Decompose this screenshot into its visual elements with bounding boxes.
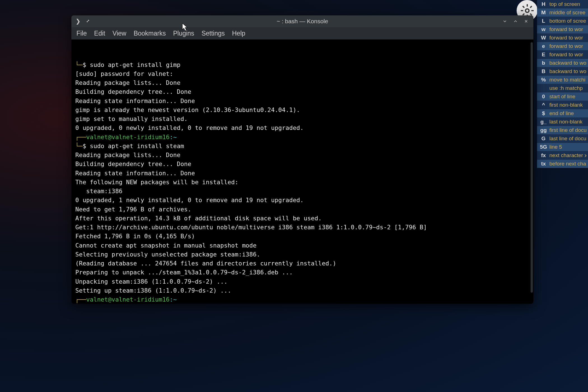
terminal-output[interactable]: └─$ sudo apt-get install gimp[sudo] pass… bbox=[71, 39, 533, 304]
cheatsheet-key: W bbox=[539, 35, 548, 41]
cheatsheet-desc: middle of scree bbox=[548, 10, 586, 16]
cheatsheet-key: b bbox=[539, 60, 548, 66]
window-titlebar[interactable]: ❯ ~ : bash — Konsole bbox=[71, 15, 533, 27]
cheatsheet-key: H bbox=[539, 1, 548, 7]
pin-icon[interactable] bbox=[85, 18, 90, 24]
cheatsheet-row: 0start of line bbox=[537, 92, 588, 101]
cheatsheet-row: eforward to wor bbox=[537, 42, 588, 50]
cheatsheet-key: L bbox=[539, 18, 548, 24]
window-title: ~ : bash — Konsole bbox=[71, 18, 533, 25]
cheatsheet-desc: backward to wo bbox=[548, 68, 586, 74]
cheatsheet-desc: last line of docu bbox=[548, 136, 586, 142]
cheatsheet-row: ggfirst line of docu bbox=[537, 126, 588, 134]
cheatsheet-key: E bbox=[539, 52, 548, 58]
cheatsheet-desc: start of line bbox=[548, 94, 586, 100]
cheatsheet-key: tx bbox=[539, 161, 548, 167]
svg-point-0 bbox=[525, 9, 529, 12]
cheatsheet-row: $end of line bbox=[537, 109, 588, 118]
cheatsheet-row: bbackward to wo bbox=[537, 59, 588, 67]
cheatsheet-row: wforward to wor bbox=[537, 25, 588, 34]
cheatsheet-key: g_ bbox=[539, 119, 548, 125]
menu-bookmarks[interactable]: Bookmarks bbox=[134, 30, 166, 37]
cheatsheet-row: Glast line of docu bbox=[537, 134, 588, 143]
cheatsheet-key: e bbox=[539, 43, 548, 49]
cheatsheet-desc: top of screen bbox=[548, 1, 586, 7]
cheatsheet-row: use :h matchp bbox=[537, 84, 588, 92]
menu-edit[interactable]: Edit bbox=[94, 30, 105, 37]
cheatsheet-row: Htop of screen bbox=[537, 0, 588, 8]
cheatsheet-row: g_last non-blank bbox=[537, 118, 588, 126]
cheatsheet-key: w bbox=[539, 26, 548, 32]
cheatsheet-row: ^first non-blank bbox=[537, 101, 588, 109]
cheatsheet-key: M bbox=[539, 10, 548, 16]
vim-cheatsheet-panel: Htop of screenMmiddle of screeLbottom of… bbox=[537, 0, 588, 168]
maximize-icon[interactable] bbox=[513, 18, 518, 24]
cheatsheet-desc: forward to wor bbox=[548, 35, 586, 41]
cheatsheet-row: %move to matchi bbox=[537, 76, 588, 84]
cheatsheet-key: 0 bbox=[539, 94, 548, 100]
cheatsheet-row: Wforward to wor bbox=[537, 34, 588, 42]
cheatsheet-desc: forward to wor bbox=[548, 52, 586, 58]
cheatsheet-key: $ bbox=[539, 110, 548, 116]
cheatsheet-row: Lbottom of scree bbox=[537, 17, 588, 25]
cheatsheet-key: 5G bbox=[539, 144, 548, 150]
konsole-window: ❯ ~ : bash — Konsole File Edit View Book… bbox=[71, 15, 533, 304]
menubar: File Edit View Bookmarks Plugins Setting… bbox=[71, 27, 533, 39]
cheatsheet-desc: end of line bbox=[548, 110, 586, 116]
menu-view[interactable]: View bbox=[113, 30, 126, 37]
cheatsheet-row: txbefore next char bbox=[537, 160, 588, 168]
cheatsheet-desc: use :h matchp bbox=[548, 85, 586, 91]
menu-settings[interactable]: Settings bbox=[202, 30, 225, 37]
cheatsheet-key: fx bbox=[539, 152, 548, 158]
cheatsheet-key: gg bbox=[539, 127, 548, 133]
cheatsheet-row: Bbackward to wo bbox=[537, 67, 588, 76]
cheatsheet-desc: bottom of scree bbox=[548, 18, 586, 24]
terminal-scrollbar[interactable] bbox=[531, 42, 533, 293]
cheatsheet-key: ^ bbox=[539, 102, 548, 108]
cheatsheet-desc: backward to wo bbox=[548, 60, 586, 66]
cheatsheet-desc: last non-blank bbox=[548, 119, 586, 125]
menu-help[interactable]: Help bbox=[232, 30, 245, 37]
cheatsheet-desc: forward to wor bbox=[548, 26, 586, 32]
cheatsheet-desc: move to matchi bbox=[548, 77, 586, 83]
cheatsheet-row: Eforward to wor bbox=[537, 50, 588, 59]
close-icon[interactable] bbox=[523, 18, 529, 24]
menu-file[interactable]: File bbox=[76, 30, 87, 37]
cheatsheet-desc: next character x bbox=[548, 152, 586, 158]
minimize-icon[interactable] bbox=[502, 18, 508, 24]
cheatsheet-desc: line 5 bbox=[548, 144, 586, 150]
cheatsheet-row: 5Gline 5 bbox=[537, 143, 588, 151]
cheatsheet-desc: first line of docu bbox=[548, 127, 586, 133]
cheatsheet-desc: before next char bbox=[548, 161, 586, 167]
cheatsheet-key: G bbox=[539, 136, 548, 142]
cheatsheet-desc: forward to wor bbox=[548, 43, 586, 49]
cheatsheet-row: Mmiddle of scree bbox=[537, 8, 588, 17]
cheatsheet-desc: first non-blank bbox=[548, 102, 586, 108]
cheatsheet-key: B bbox=[539, 68, 548, 74]
new-tab-icon[interactable]: ❯ bbox=[75, 18, 81, 24]
menu-plugins[interactable]: Plugins bbox=[173, 30, 194, 37]
cheatsheet-key: % bbox=[539, 77, 548, 83]
cheatsheet-row: fxnext character x bbox=[537, 151, 588, 160]
